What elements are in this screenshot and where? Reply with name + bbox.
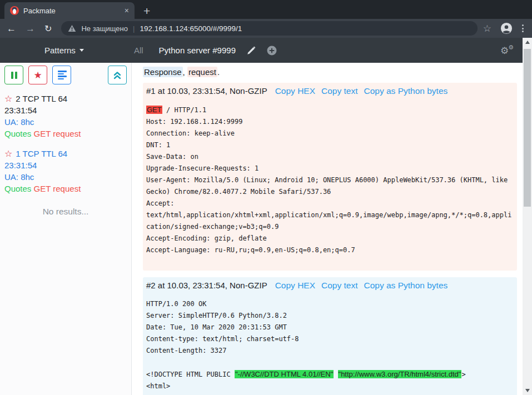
url-text: 192.168.1.124:65000/#/9999/1 bbox=[140, 24, 242, 33]
found-patterns: Response, request. bbox=[143, 67, 517, 77]
packet-content: GET / HTTP/1.1 Host: 192.168.1.124:9999 … bbox=[146, 104, 513, 256]
pattern-tag-quotes: Quotes bbox=[4, 184, 31, 193]
list-icon bbox=[58, 71, 67, 72]
packet-view: Response, request. #1 at 10.03, 23:31:54… bbox=[132, 63, 523, 395]
stream-sidebar: ★ ☆2 TCP TTL 6423:31:54UA: 8hcQuotes GET… bbox=[0, 63, 132, 395]
star-icon: ★ bbox=[33, 69, 42, 81]
settings-gears-icon[interactable]: ⚙ ⚙ bbox=[500, 44, 514, 56]
stream-time: 23:31:54 bbox=[4, 104, 127, 116]
highlight-green: "http://www.w3.org/TR/html4/strict.dtd" bbox=[338, 370, 462, 378]
copy-hex-link[interactable]: Copy HEX bbox=[275, 281, 315, 291]
copy-hex-link[interactable]: Copy HEX bbox=[275, 86, 315, 96]
scrollbar-down-arrow[interactable] bbox=[523, 386, 532, 395]
content-area: ★ ☆2 TCP TTL 6423:31:54UA: 8hcQuotes GET… bbox=[0, 63, 523, 395]
add-service-button[interactable] bbox=[267, 46, 277, 56]
profile-avatar-icon[interactable] bbox=[500, 22, 513, 34]
scroll-top-button[interactable] bbox=[108, 66, 127, 84]
bookmark-star-icon[interactable]: ☆ bbox=[483, 23, 491, 34]
stream-title: 1 TCP TTL 64 bbox=[16, 149, 67, 158]
new-tab-icon[interactable]: + bbox=[143, 5, 150, 17]
browser-toolbar: ← → ↻ Не защищено | 192.168.1.124:65000/… bbox=[0, 19, 532, 38]
stream-tags: Quotes GET request bbox=[4, 128, 127, 139]
copy-text-link[interactable]: Copy text bbox=[321, 281, 357, 291]
text-view-button[interactable] bbox=[52, 66, 71, 84]
browser-tab[interactable]: Packmate × bbox=[4, 2, 135, 19]
back-icon[interactable]: ← bbox=[7, 24, 16, 33]
scrollbar-thumb[interactable] bbox=[524, 49, 531, 207]
address-bar[interactable]: Не защищено | 192.168.1.124:65000/#/9999… bbox=[61, 21, 477, 36]
stream-tags: Quotes GET request bbox=[4, 183, 127, 194]
pencil-icon bbox=[247, 46, 256, 55]
copy-text-link[interactable]: Copy text bbox=[321, 86, 357, 96]
reload-icon[interactable]: ↻ bbox=[44, 24, 52, 33]
packet-header: #1 at 10.03, 23:31:54, Non-GZIP bbox=[146, 86, 267, 96]
double-chevron-up-icon bbox=[113, 71, 122, 79]
stream-title: 2 TCP TTL 64 bbox=[16, 94, 67, 103]
packet-card-response: #2 at 10.03, 23:31:54, Non-GZIPCopy HEXC… bbox=[143, 277, 517, 395]
service-tab-current[interactable]: Python server #9999 bbox=[159, 46, 236, 55]
page-scrollbar[interactable] bbox=[523, 38, 532, 395]
scrollbar-up-arrow[interactable] bbox=[523, 38, 532, 47]
highlight-red: GET bbox=[146, 106, 162, 114]
favorite-star-icon[interactable]: ☆ bbox=[4, 93, 12, 104]
browser-tab-strip: Packmate × + bbox=[0, 0, 532, 19]
pattern-highlight-response: Response bbox=[143, 67, 183, 77]
browser-menu-icon[interactable] bbox=[520, 23, 525, 34]
edit-service-button[interactable] bbox=[247, 46, 256, 55]
highlight-green: "-//W3C//DTD HTML 4.01//EN" bbox=[235, 370, 334, 378]
no-results-label: No results... bbox=[4, 207, 127, 217]
url-separator: | bbox=[133, 24, 135, 33]
pause-capture-button[interactable] bbox=[4, 66, 23, 84]
pattern-tag-quotes: Quotes bbox=[4, 129, 31, 138]
packet-card-request: #1 at 10.03, 23:31:54, Non-GZIPCopy HEXC… bbox=[143, 83, 517, 271]
packet-content: HTTP/1.0 200 OK Server: SimpleHTTP/0.6 P… bbox=[146, 298, 513, 392]
stream-user-agent: UA: 8hc bbox=[4, 116, 127, 128]
pattern-tag-get-request: GET request bbox=[34, 184, 81, 193]
stream-list: ☆2 TCP TTL 6423:31:54UA: 8hcQuotes GET r… bbox=[4, 93, 127, 194]
stream-list-item[interactable]: ☆1 TCP TTL 6423:31:54UA: 8hcQuotes GET r… bbox=[4, 148, 127, 194]
favorite-star-icon[interactable]: ☆ bbox=[4, 148, 12, 159]
copy-as-python-bytes-link[interactable]: Copy as Python bytes bbox=[364, 86, 448, 96]
app-navbar: Patterns All Python server #9999 ⚙ ⚙ bbox=[0, 38, 523, 63]
chevron-down-icon bbox=[79, 49, 84, 52]
forward-icon[interactable]: → bbox=[26, 24, 35, 33]
pattern-tag-get-request: GET request bbox=[34, 129, 81, 138]
insecure-warning-icon bbox=[68, 24, 76, 32]
favorites-filter-button[interactable]: ★ bbox=[28, 66, 47, 84]
plus-circle-icon bbox=[267, 46, 277, 56]
security-label: Не защищено bbox=[81, 24, 128, 33]
stream-list-item[interactable]: ☆2 TCP TTL 6423:31:54UA: 8hcQuotes GET r… bbox=[4, 93, 127, 139]
packmate-favicon bbox=[10, 6, 19, 15]
copy-as-python-bytes-link[interactable]: Copy as Python bytes bbox=[364, 281, 448, 291]
patterns-dropdown[interactable]: Patterns bbox=[44, 46, 84, 55]
pattern-highlight-request: request bbox=[187, 67, 217, 77]
stream-user-agent: UA: 8hc bbox=[4, 171, 127, 183]
patterns-label: Patterns bbox=[44, 46, 76, 55]
tab-title: Packmate bbox=[23, 7, 120, 15]
packet-header: #2 at 10.03, 23:31:54, Non-GZIP bbox=[146, 281, 267, 290]
tab-close-icon[interactable]: × bbox=[125, 7, 129, 14]
pause-icon bbox=[11, 72, 13, 79]
stream-time: 23:31:54 bbox=[4, 159, 127, 171]
service-tab-all[interactable]: All bbox=[134, 46, 143, 55]
